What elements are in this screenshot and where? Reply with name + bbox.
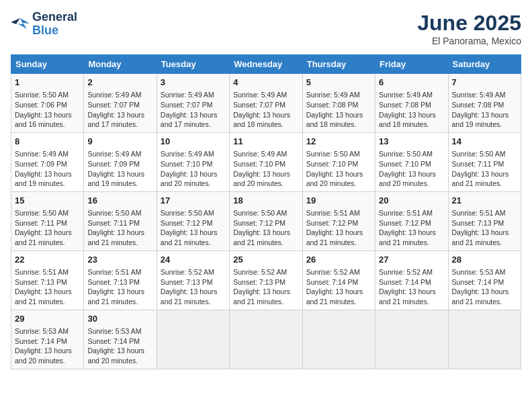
calendar-cell: 20 Sunrise: 5:51 AM Sunset: 7:12 PM Dayl… bbox=[375, 191, 448, 250]
day-info: Sunrise: 5:49 AM Sunset: 7:07 PM Dayligh… bbox=[87, 90, 152, 130]
calendar-cell: 26 Sunrise: 5:52 AM Sunset: 7:14 PM Dayl… bbox=[302, 250, 375, 310]
day-number: 22 bbox=[15, 254, 80, 266]
sunset: Sunset: 7:12 PM bbox=[379, 218, 444, 228]
day-info: Sunrise: 5:49 AM Sunset: 7:07 PM Dayligh… bbox=[233, 90, 298, 130]
sunset: Sunset: 7:12 PM bbox=[161, 218, 226, 228]
sunrise: Sunrise: 5:50 AM bbox=[15, 90, 80, 100]
calendar-cell: 4 Sunrise: 5:49 AM Sunset: 7:07 PM Dayli… bbox=[230, 74, 302, 133]
day-info: Sunrise: 5:49 AM Sunset: 7:10 PM Dayligh… bbox=[161, 149, 226, 189]
day-number: 2 bbox=[87, 77, 152, 89]
sunrise: Sunrise: 5:50 AM bbox=[379, 149, 444, 159]
sunrise: Sunrise: 5:49 AM bbox=[161, 90, 226, 100]
sunrise: Sunrise: 5:49 AM bbox=[452, 90, 517, 100]
sunrise: Sunrise: 5:49 AM bbox=[87, 90, 152, 100]
daylight: Daylight: 13 hours and 17 minutes. bbox=[87, 110, 152, 130]
sunset: Sunset: 7:11 PM bbox=[87, 218, 152, 228]
calendar-cell bbox=[375, 310, 448, 369]
day-info: Sunrise: 5:50 AM Sunset: 7:11 PM Dayligh… bbox=[87, 208, 152, 248]
day-info: Sunrise: 5:49 AM Sunset: 7:08 PM Dayligh… bbox=[379, 90, 444, 130]
svg-marker-0 bbox=[17, 18, 30, 29]
daylight: Daylight: 13 hours and 20 minutes. bbox=[306, 169, 371, 189]
day-info: Sunrise: 5:53 AM Sunset: 7:14 PM Dayligh… bbox=[452, 267, 517, 307]
sunrise: Sunrise: 5:49 AM bbox=[15, 149, 80, 159]
daylight: Daylight: 13 hours and 21 minutes. bbox=[452, 228, 517, 247]
daylight: Daylight: 13 hours and 21 minutes. bbox=[87, 287, 152, 306]
sunrise: Sunrise: 5:51 AM bbox=[452, 208, 517, 218]
daylight: Daylight: 13 hours and 16 minutes. bbox=[15, 110, 80, 130]
sunset: Sunset: 7:10 PM bbox=[233, 159, 298, 169]
sunrise: Sunrise: 5:49 AM bbox=[306, 90, 371, 100]
day-number: 11 bbox=[233, 136, 298, 148]
day-number: 9 bbox=[87, 136, 152, 148]
calendar-week-4: 22 Sunrise: 5:51 AM Sunset: 7:13 PM Dayl… bbox=[11, 250, 521, 310]
calendar-cell: 25 Sunrise: 5:52 AM Sunset: 7:13 PM Dayl… bbox=[230, 250, 302, 310]
day-info: Sunrise: 5:50 AM Sunset: 7:12 PM Dayligh… bbox=[233, 208, 298, 248]
daylight: Daylight: 13 hours and 21 minutes. bbox=[15, 287, 80, 306]
weekday-header-monday: Monday bbox=[84, 55, 157, 74]
day-info: Sunrise: 5:50 AM Sunset: 7:11 PM Dayligh… bbox=[15, 208, 80, 248]
daylight: Daylight: 13 hours and 21 minutes. bbox=[306, 287, 371, 306]
day-number: 21 bbox=[452, 195, 517, 207]
day-number: 5 bbox=[306, 77, 371, 89]
daylight: Daylight: 13 hours and 21 minutes. bbox=[233, 228, 298, 247]
location: El Panorama, Mexico bbox=[417, 36, 521, 46]
weekday-header-sunday: Sunday bbox=[11, 55, 84, 74]
day-number: 1 bbox=[15, 77, 80, 89]
day-number: 8 bbox=[15, 136, 80, 148]
day-number: 14 bbox=[452, 136, 517, 148]
calendar-cell: 18 Sunrise: 5:50 AM Sunset: 7:12 PM Dayl… bbox=[230, 191, 302, 250]
sunrise: Sunrise: 5:51 AM bbox=[15, 267, 80, 277]
weekday-header-wednesday: Wednesday bbox=[230, 55, 302, 74]
calendar-cell: 9 Sunrise: 5:49 AM Sunset: 7:09 PM Dayli… bbox=[84, 132, 157, 191]
day-info: Sunrise: 5:49 AM Sunset: 7:09 PM Dayligh… bbox=[87, 149, 152, 189]
daylight: Daylight: 13 hours and 20 minutes. bbox=[161, 169, 226, 189]
day-info: Sunrise: 5:49 AM Sunset: 7:09 PM Dayligh… bbox=[15, 149, 80, 189]
day-info: Sunrise: 5:51 AM Sunset: 7:13 PM Dayligh… bbox=[15, 267, 80, 307]
day-info: Sunrise: 5:50 AM Sunset: 7:11 PM Dayligh… bbox=[452, 149, 517, 189]
calendar-cell bbox=[302, 310, 375, 369]
day-info: Sunrise: 5:50 AM Sunset: 7:06 PM Dayligh… bbox=[15, 90, 80, 130]
day-number: 27 bbox=[379, 254, 444, 266]
day-number: 15 bbox=[15, 195, 80, 207]
daylight: Daylight: 13 hours and 17 minutes. bbox=[161, 110, 226, 130]
day-info: Sunrise: 5:51 AM Sunset: 7:13 PM Dayligh… bbox=[87, 267, 152, 307]
calendar-week-5: 29 Sunrise: 5:53 AM Sunset: 7:14 PM Dayl… bbox=[11, 310, 521, 369]
sunrise: Sunrise: 5:53 AM bbox=[15, 326, 80, 336]
day-number: 16 bbox=[87, 195, 152, 207]
daylight: Daylight: 13 hours and 21 minutes. bbox=[452, 169, 517, 189]
calendar-cell: 10 Sunrise: 5:49 AM Sunset: 7:10 PM Dayl… bbox=[157, 132, 229, 191]
sunset: Sunset: 7:12 PM bbox=[306, 218, 371, 228]
calendar-cell: 7 Sunrise: 5:49 AM Sunset: 7:08 PM Dayli… bbox=[448, 74, 521, 133]
sunset: Sunset: 7:07 PM bbox=[161, 100, 226, 110]
daylight: Daylight: 13 hours and 20 minutes. bbox=[233, 169, 298, 189]
calendar-cell bbox=[448, 310, 521, 369]
daylight: Daylight: 13 hours and 19 minutes. bbox=[87, 169, 152, 189]
calendar-cell bbox=[230, 310, 302, 369]
sunset: Sunset: 7:13 PM bbox=[452, 218, 517, 228]
day-info: Sunrise: 5:51 AM Sunset: 7:13 PM Dayligh… bbox=[452, 208, 517, 248]
day-number: 18 bbox=[233, 195, 298, 207]
day-number: 26 bbox=[306, 254, 371, 266]
sunset: Sunset: 7:11 PM bbox=[15, 218, 80, 228]
sunset: Sunset: 7:14 PM bbox=[379, 277, 444, 287]
title-area: June 2025 El Panorama, Mexico bbox=[417, 11, 521, 46]
sunset: Sunset: 7:10 PM bbox=[161, 159, 226, 169]
sunrise: Sunrise: 5:50 AM bbox=[306, 149, 371, 159]
day-number: 7 bbox=[452, 77, 517, 89]
sunrise: Sunrise: 5:49 AM bbox=[161, 149, 226, 159]
logo-bird-icon bbox=[11, 17, 30, 32]
day-number: 20 bbox=[379, 195, 444, 207]
calendar-cell: 22 Sunrise: 5:51 AM Sunset: 7:13 PM Dayl… bbox=[11, 250, 84, 310]
daylight: Daylight: 13 hours and 20 minutes. bbox=[15, 346, 80, 365]
calendar-cell: 24 Sunrise: 5:52 AM Sunset: 7:13 PM Dayl… bbox=[157, 250, 229, 310]
sunset: Sunset: 7:14 PM bbox=[306, 277, 371, 287]
calendar-cell: 16 Sunrise: 5:50 AM Sunset: 7:11 PM Dayl… bbox=[84, 191, 157, 250]
sunset: Sunset: 7:11 PM bbox=[452, 159, 517, 169]
day-info: Sunrise: 5:52 AM Sunset: 7:14 PM Dayligh… bbox=[379, 267, 444, 307]
svg-marker-1 bbox=[11, 18, 20, 24]
calendar-cell: 13 Sunrise: 5:50 AM Sunset: 7:10 PM Dayl… bbox=[375, 132, 448, 191]
sunset: Sunset: 7:14 PM bbox=[452, 277, 517, 287]
sunset: Sunset: 7:09 PM bbox=[15, 159, 80, 169]
sunrise: Sunrise: 5:51 AM bbox=[379, 208, 444, 218]
daylight: Daylight: 13 hours and 18 minutes. bbox=[233, 110, 298, 130]
